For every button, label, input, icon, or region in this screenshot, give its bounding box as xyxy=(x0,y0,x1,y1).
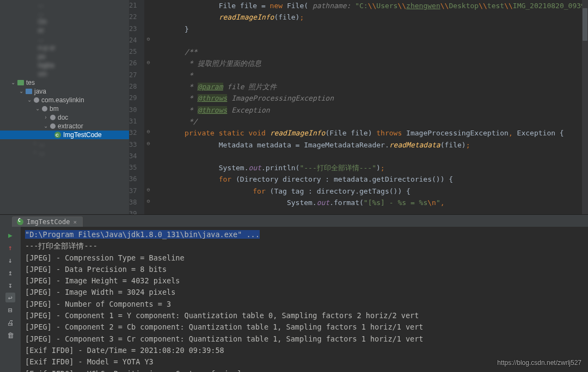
code-line[interactable]: } xyxy=(150,23,588,35)
tree-node[interactable]: ›doc xyxy=(0,113,129,122)
scroll-thumb[interactable] xyxy=(583,8,587,41)
tree-node[interactable]: ImgTestCode xyxy=(0,131,129,139)
line-gutter: 21222324252627282930313233343536373839 xyxy=(129,0,145,214)
line-number: 26 xyxy=(129,58,137,69)
line-number: 36 xyxy=(129,173,137,185)
fold-toggle[interactable]: ⊖ xyxy=(145,198,151,204)
class-icon xyxy=(17,219,23,225)
output-line[interactable]: "D:\Program Files\Java\jdk1.8.0_131\bin\… xyxy=(25,229,588,240)
line-number: 28 xyxy=(129,81,137,92)
output-line[interactable]: [JPEG] - Data Precision = 8 bits xyxy=(25,264,588,275)
code-line[interactable]: * @throws Exception xyxy=(150,104,588,116)
console-tab[interactable]: ImgTestCode × xyxy=(12,216,83,227)
code-line[interactable]: Metadata metadata = ImageMetadataReader.… xyxy=(150,139,588,151)
code-line[interactable]: * @param file 照片文件 xyxy=(150,81,588,92)
code-editor[interactable]: 21222324252627282930313233343536373839 ⊖… xyxy=(129,0,588,214)
line-number: 31 xyxy=(129,116,137,127)
code-area[interactable]: File file = new File( pathname: "C:\\Use… xyxy=(145,0,588,214)
tree-node[interactable]: n-p or xyxy=(0,44,129,52)
console-tool-8[interactable]: 🗑 xyxy=(5,330,15,340)
fold-toggle[interactable]: ⊖ xyxy=(145,128,151,134)
tree-node[interactable]: ⌄tes xyxy=(0,78,129,87)
code-line[interactable] xyxy=(150,35,588,46)
console-tool-0[interactable]: ▶ xyxy=(5,230,15,240)
tree-node[interactable]: logba xyxy=(0,61,129,70)
output-line[interactable]: [JPEG] - Image Height = 4032 pixels xyxy=(25,275,588,287)
fold-toggle[interactable]: ⊖ xyxy=(145,59,151,65)
fold-toggle[interactable]: ⊖ xyxy=(145,187,151,193)
line-number: 23 xyxy=(129,23,137,35)
code-line[interactable]: private static void readImageInfo(File f… xyxy=(150,127,588,139)
code-line[interactable]: * @throws ImageProcessingException xyxy=(150,92,588,104)
watermark: https://blog.csdn.net/zwrlj527 xyxy=(497,359,581,367)
code-line[interactable]: /** xyxy=(150,46,588,58)
line-number: 37 xyxy=(129,185,137,197)
console-tab-label: ImgTestCode xyxy=(27,218,70,226)
code-line[interactable]: */ xyxy=(150,116,588,127)
line-number: 25 xyxy=(129,46,137,58)
line-number: 32 xyxy=(129,127,137,139)
fold-toggle[interactable]: ⊖ xyxy=(145,36,151,42)
tree-node[interactable]: po xyxy=(0,52,129,61)
output-line[interactable]: [Exif IFD0] - YCbCr Positioning = Center… xyxy=(25,368,588,372)
console-tool-5[interactable]: ↩ xyxy=(5,293,15,302)
tree-node[interactable]: On xyxy=(0,17,129,26)
close-icon[interactable]: × xyxy=(73,219,77,226)
output-line[interactable]: [Exif IFD0] - Date/Time = 2021:08:20 09:… xyxy=(25,345,588,356)
line-number: 21 xyxy=(129,0,137,11)
tree-node[interactable]: ⌄com.easylinkin xyxy=(0,96,129,104)
output-line[interactable]: [JPEG] - Image Width = 3024 pixels xyxy=(25,287,588,298)
line-number: 35 xyxy=(129,162,137,173)
code-line[interactable]: for (Tag tag : directory.getTags()) { xyxy=(150,185,588,197)
code-line[interactable]: * xyxy=(150,70,588,81)
tree-node[interactable]: ... xyxy=(0,9,129,17)
tree-node[interactable]: ⌄bm xyxy=(0,104,129,113)
fold-toggle[interactable]: ⊖ xyxy=(145,140,151,146)
console-tabs[interactable]: ImgTestCode × xyxy=(0,215,588,227)
line-number: 27 xyxy=(129,70,137,81)
tree-node[interactable]: ⌄java xyxy=(0,87,129,96)
editor-scrollbar[interactable] xyxy=(582,0,588,214)
console-tool-3[interactable]: ↥ xyxy=(5,268,15,277)
console-tool-4[interactable]: ↧ xyxy=(5,280,15,290)
output-line[interactable]: [JPEG] - Compression Type = Baseline xyxy=(25,252,588,264)
line-number: 38 xyxy=(129,197,137,208)
project-tree[interactable]: ......Oner...n-p orpologba xm⌄tes⌄java⌄c… xyxy=(0,0,129,214)
code-line[interactable]: System.out.println("---打印全部详情---"); xyxy=(150,162,588,173)
code-line[interactable] xyxy=(150,151,588,162)
line-number: 33 xyxy=(129,139,137,151)
console-tool-2[interactable]: ↓ xyxy=(5,255,15,265)
line-number: 24 xyxy=(129,35,137,46)
code-line[interactable]: readImageInfo(file); xyxy=(150,11,588,23)
output-line[interactable]: [JPEG] - Component 3 = Cr component: Qua… xyxy=(25,333,588,345)
tree-node[interactable]: ⌄extractor xyxy=(0,122,129,131)
tree-node[interactable]: xm xyxy=(0,70,129,78)
code-line[interactable]: for (Directory directory : metadata.getD… xyxy=(150,173,588,185)
tree-node[interactable]: ... xyxy=(0,35,129,44)
console-tool-1[interactable]: ↑ xyxy=(5,243,15,252)
console-toolbar[interactable]: ▶↑↓↥↧↩⊟🖨🗑 xyxy=(0,227,21,372)
console-tool-7[interactable]: 🖨 xyxy=(5,318,15,327)
line-number: 29 xyxy=(129,92,137,104)
code-line[interactable]: System.out.format("[%s] - %s = %s\n", xyxy=(150,197,588,208)
output-line[interactable]: [JPEG] - Component 2 = Cb component: Qua… xyxy=(25,321,588,333)
tree-node[interactable]: er xyxy=(0,26,129,35)
line-number: 39 xyxy=(129,208,137,214)
line-number: 34 xyxy=(129,151,137,162)
output-line[interactable]: ---打印全部详情--- xyxy=(25,240,588,252)
tree-node[interactable]: ›... xyxy=(0,148,129,157)
output-line[interactable]: [JPEG] - Component 1 = Y component: Quan… xyxy=(25,310,588,321)
console-tool-6[interactable]: ⊟ xyxy=(5,305,15,315)
line-number: 22 xyxy=(129,11,137,23)
console-output[interactable]: "D:\Program Files\Java\jdk1.8.0_131\bin\… xyxy=(21,227,588,372)
tree-node[interactable]: ›... xyxy=(0,139,129,148)
code-line[interactable]: File file = new File( pathname: "C:\\Use… xyxy=(150,0,588,11)
code-line[interactable]: * 提取照片里面的信息 xyxy=(150,58,588,69)
output-line[interactable]: [JPEG] - Number of Components = 3 xyxy=(25,299,588,310)
line-number: 30 xyxy=(129,104,137,116)
tree-node[interactable]: ... xyxy=(0,0,129,9)
